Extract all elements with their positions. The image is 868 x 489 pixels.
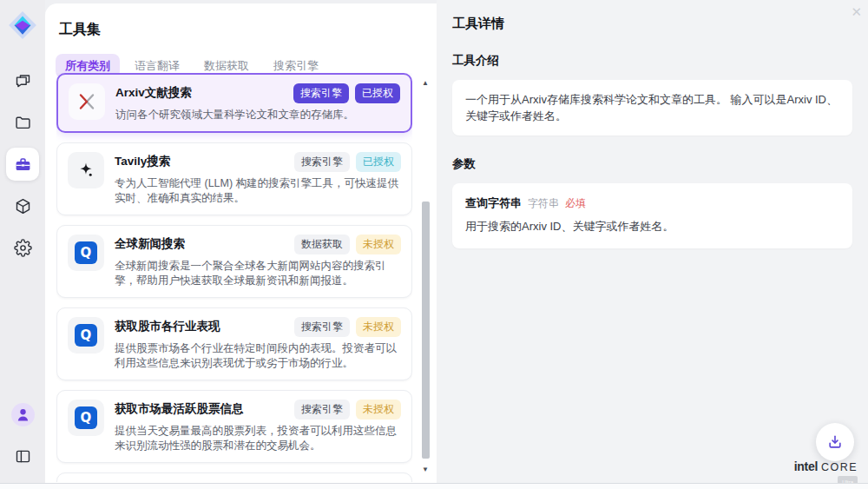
tool-card-5[interactable]: 万维地区新闻查询搜索引擎未授权查询具体行政区划内的新闻，快速了解各地新闻动 <box>56 472 412 482</box>
tool-title: 获取股市各行业表现 <box>115 317 220 334</box>
tool-list: Arxiv文献搜索搜索引擎已授权访问各个研究领域大量科学论文和文章的存储库。Ta… <box>56 73 412 482</box>
tool-desc: 访问各个研究领域大量科学论文和文章的存储库。 <box>115 108 400 122</box>
scrollbar-up-arrow[interactable]: ▲ <box>420 78 431 89</box>
auth-badge: 未授权 <box>356 317 401 337</box>
download-button[interactable] <box>816 423 854 461</box>
auth-badge: 未授权 <box>356 400 401 420</box>
param-desc: 用于搜索的Arxiv ID、关键字或作者姓名。 <box>465 219 839 235</box>
category-badge: 搜索引擎 <box>293 83 349 103</box>
sidebar-item-chat[interactable] <box>6 64 39 97</box>
bottom-strip <box>0 483 868 489</box>
panel-toggle-icon <box>14 447 32 466</box>
tool-card-4[interactable]: Q获取市场最活跃股票信息搜索引擎未授权提供当天交易量最高的股票列表，投资者可以利… <box>56 390 412 463</box>
q-app-icon: Q <box>68 317 104 354</box>
category-badge: 搜索引擎 <box>294 400 350 420</box>
params-heading: 参数 <box>452 156 852 172</box>
download-icon <box>826 433 844 451</box>
auth-badge: 已授权 <box>355 83 400 103</box>
auth-badge: 已授权 <box>356 152 401 172</box>
sidebar-item-settings[interactable] <box>6 231 39 264</box>
q-app-icon: Q <box>68 400 104 436</box>
category-badge: 搜索引擎 <box>294 152 350 172</box>
arxiv-x-icon <box>69 83 105 120</box>
tool-list-panel: 工具集 所有类别语言翻译数据获取搜索引擎 Arxiv文献搜索搜索引擎已授权访问各… <box>45 3 437 483</box>
cube-icon <box>14 197 32 215</box>
app-logo-icon <box>8 10 37 40</box>
close-icon[interactable]: ✕ <box>851 4 862 20</box>
tool-title: 获取市场最活跃股票信息 <box>115 400 244 417</box>
category-badge: 搜索引擎 <box>294 317 350 337</box>
scrollbar-down-arrow[interactable]: ▼ <box>420 465 431 475</box>
q-app-icon: Q <box>68 235 104 271</box>
tool-title: Tavily搜索 <box>115 152 170 169</box>
tool-desc: 提供股票市场各个行业在特定时间段内的表现。投资者可以利用这些信息来识别表现优于或… <box>115 341 401 371</box>
param-name: 查询字符串 <box>465 195 522 211</box>
sparkle-icon <box>68 152 104 188</box>
tool-title: Arxiv文献搜索 <box>115 83 192 101</box>
brand-core: CORE <box>821 461 858 473</box>
tool-desc: 全球新闻搜索是一个聚合全球各大新闻网站内容的搜索引擎，帮助用户快速获取全球最新资… <box>115 259 401 288</box>
brand-intel: intel <box>794 459 818 473</box>
tool-desc: 提供当天交易量最高的股票列表，投资者可以利用这些信息来识别流动性强的股票和潜在的… <box>115 424 401 453</box>
category-badge: 数据获取 <box>294 235 350 254</box>
detail-title: 工具详情 <box>452 16 852 32</box>
toolbox-icon <box>14 155 32 174</box>
tool-title: 全球新闻搜索 <box>115 235 185 252</box>
left-rail <box>0 0 45 483</box>
param-type: 字符串 <box>528 196 559 211</box>
sidebar-item-collapse[interactable] <box>6 439 39 472</box>
user-avatar-icon <box>11 403 35 426</box>
sidebar-top-icons <box>6 64 39 264</box>
intro-heading: 工具介绍 <box>452 53 852 69</box>
gear-icon <box>14 239 32 257</box>
scrollbar-thumb[interactable] <box>422 202 430 459</box>
sidebar-bottom-icons <box>6 398 39 472</box>
intro-text: 一个用于从Arxiv存储库搜索科学论文和文章的工具。 输入可以是Arxiv ID… <box>452 80 852 135</box>
tool-detail-panel: 工具详情 工具介绍 一个用于从Arxiv存储库搜索科学论文和文章的工具。 输入可… <box>437 0 868 483</box>
page-title: 工具集 <box>45 3 437 39</box>
auth-badge: 未授权 <box>356 235 401 254</box>
param-card: 查询字符串 字符串 必填 用于搜索的Arxiv ID、关键字或作者姓名。 <box>452 183 852 248</box>
tool-card-2[interactable]: Q全球新闻搜索数据获取未授权全球新闻搜索是一个聚合全球各大新闻网站内容的搜索引擎… <box>56 225 412 298</box>
sidebar-item-profile[interactable] <box>6 398 39 431</box>
tool-card-3[interactable]: Q获取股市各行业表现搜索引擎未授权提供股票市场各个行业在特定时间段内的表现。投资… <box>56 307 412 380</box>
folder-icon <box>14 114 32 132</box>
sidebar-item-files[interactable] <box>6 106 39 139</box>
tool-desc: 专为人工智能代理 (LLM) 构建的搜索引擎工具，可快速提供实时、准确和真实的结… <box>115 176 401 206</box>
sidebar-item-tools[interactable] <box>6 148 39 181</box>
chat-icon <box>14 72 32 90</box>
tool-card-1[interactable]: Tavily搜索搜索引擎已授权专为人工智能代理 (LLM) 构建的搜索引擎工具，… <box>56 142 412 215</box>
param-required-badge: 必填 <box>565 196 586 211</box>
tool-card-0[interactable]: Arxiv文献搜索搜索引擎已授权访问各个研究领域大量科学论文和文章的存储库。 <box>56 73 412 133</box>
sidebar-item-apps[interactable] <box>6 189 39 222</box>
